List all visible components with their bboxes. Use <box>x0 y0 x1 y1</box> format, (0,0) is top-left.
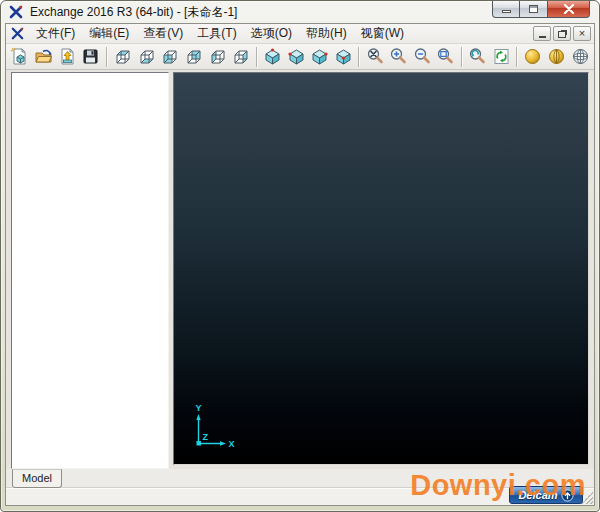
maximize-button[interactable] <box>520 0 548 18</box>
iso-view-1-button[interactable] <box>261 45 285 68</box>
axis-z-label: Z <box>203 432 209 442</box>
iso-view-2-button[interactable] <box>284 45 308 68</box>
zoom-out-button[interactable] <box>411 45 435 68</box>
axis-y-label: Y <box>196 403 202 413</box>
mdi-restore-icon <box>558 31 566 38</box>
close-icon <box>563 4 575 14</box>
shaded-edges-view-button[interactable] <box>545 45 569 68</box>
shaded-view-icon <box>523 47 542 66</box>
refresh-view-button[interactable] <box>489 45 513 68</box>
toolbar-separator <box>461 47 463 67</box>
wireframe-view-icon <box>571 47 590 66</box>
menu-tools[interactable]: 工具(T) <box>190 23 243 44</box>
open-file-icon <box>34 47 53 66</box>
delcam-logo-badge: Delcam <box>509 486 583 504</box>
view-front-icon <box>160 47 179 66</box>
view-right-button[interactable] <box>229 45 253 68</box>
new-file-button[interactable] <box>8 45 32 68</box>
app-window: Exchange 2016 R3 (64-bit) - [未命名-1] 文件(F… <box>0 0 600 512</box>
mdi-restore-button[interactable] <box>553 26 571 41</box>
iso-view-3-icon <box>310 47 329 66</box>
new-file-icon <box>10 47 29 66</box>
menu-view[interactable]: 查看(V) <box>136 23 190 44</box>
mdi-minimize-icon <box>539 36 546 38</box>
zoom-fit-icon <box>366 47 385 66</box>
axis-x-label: X <box>229 439 235 449</box>
document-logo-icon <box>10 26 25 41</box>
iso-view-3-button[interactable] <box>308 45 332 68</box>
view-left-icon <box>208 47 227 66</box>
minimize-button[interactable] <box>492 0 520 18</box>
close-button[interactable] <box>548 0 590 18</box>
client-area: 文件(F) 编辑(E) 查看(V) 工具(T) 选项(O) 帮助(H) 视窗(W… <box>5 23 595 506</box>
tab-model[interactable]: Model <box>12 469 62 488</box>
view-top-icon <box>113 47 132 66</box>
menu-help[interactable]: 帮助(H) <box>299 23 354 44</box>
menu-bar: 文件(F) 编辑(E) 查看(V) 工具(T) 选项(O) 帮助(H) 视窗(W… <box>6 24 594 44</box>
toolbar-separator <box>358 47 360 67</box>
shaded-edges-view-icon <box>547 47 566 66</box>
window-controls <box>492 0 590 18</box>
toolbar-separator <box>516 47 518 67</box>
iso-view-4-icon <box>334 47 353 66</box>
mdi-close-button[interactable]: × <box>573 26 591 41</box>
view-back-button[interactable] <box>182 45 206 68</box>
zoom-window-button[interactable] <box>434 45 458 68</box>
workspace: Y X Z <box>6 70 594 469</box>
minimize-icon <box>502 10 511 13</box>
zoom-in-icon <box>389 47 408 66</box>
zoom-previous-button[interactable] <box>466 45 490 68</box>
menu-file[interactable]: 文件(F) <box>29 23 82 44</box>
zoom-previous-icon <box>468 47 487 66</box>
wireframe-view-button[interactable] <box>568 45 592 68</box>
toolbar <box>6 44 594 70</box>
menu-edit[interactable]: 编辑(E) <box>82 23 136 44</box>
view-back-icon <box>184 47 203 66</box>
open-file-button[interactable] <box>32 45 56 68</box>
zoom-fit-button[interactable] <box>363 45 387 68</box>
toolbar-separator <box>106 47 108 67</box>
import-file-icon <box>58 47 77 66</box>
import-file-button[interactable] <box>55 45 79 68</box>
window-title: Exchange 2016 R3 (64-bit) - [未命名-1] <box>30 4 237 21</box>
shaded-view-button[interactable] <box>521 45 545 68</box>
model-tree-panel[interactable] <box>11 72 169 469</box>
view-bottom-icon <box>137 47 156 66</box>
view-right-icon <box>231 47 250 66</box>
mdi-minimize-button[interactable] <box>533 26 551 41</box>
view-front-button[interactable] <box>158 45 182 68</box>
zoom-out-icon <box>413 47 432 66</box>
refresh-view-icon <box>492 47 511 66</box>
view-left-button[interactable] <box>205 45 229 68</box>
zoom-window-icon <box>436 47 455 66</box>
viewport-3d[interactable]: Y X Z <box>173 72 589 465</box>
iso-view-2-icon <box>287 47 306 66</box>
menu-options[interactable]: 选项(O) <box>244 23 299 44</box>
delcam-logo-text: Delcam <box>518 489 557 501</box>
toolbar-separator <box>256 47 258 67</box>
view-bottom-button[interactable] <box>134 45 158 68</box>
bottom-tab-strip: Model <box>6 469 594 488</box>
save-file-icon <box>81 47 100 66</box>
mdi-window-controls: × <box>533 26 591 41</box>
iso-view-4-button[interactable] <box>332 45 356 68</box>
menu-window[interactable]: 视窗(W) <box>354 23 411 44</box>
iso-view-1-icon <box>263 47 282 66</box>
delcam-globe-icon <box>561 489 574 502</box>
maximize-icon <box>529 5 538 13</box>
view-top-button[interactable] <box>111 45 135 68</box>
app-logo-icon <box>8 4 24 20</box>
save-file-button[interactable] <box>79 45 103 68</box>
status-bar <box>6 488 594 505</box>
axis-triad: Y X Z <box>190 402 236 452</box>
zoom-in-button[interactable] <box>387 45 411 68</box>
